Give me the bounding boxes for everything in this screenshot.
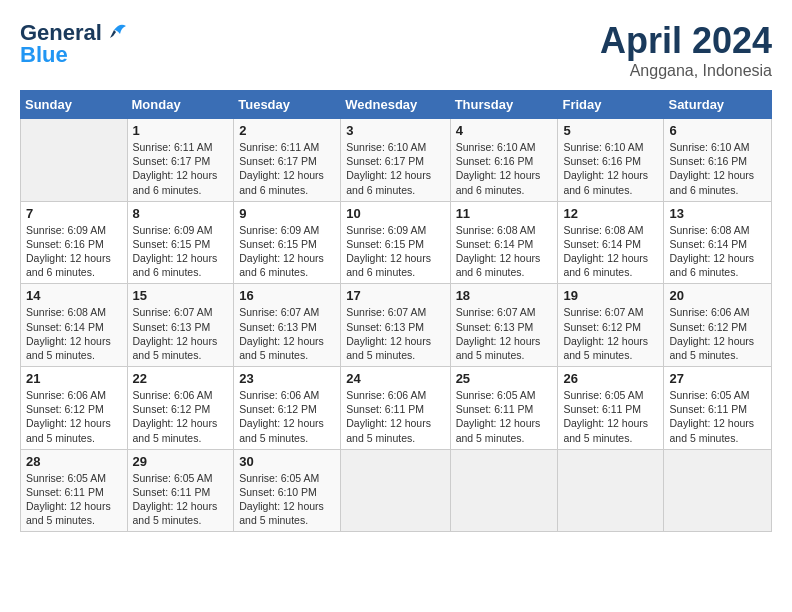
day-number: 13: [669, 206, 766, 221]
calendar-week-4: 21Sunrise: 6:06 AMSunset: 6:12 PMDayligh…: [21, 367, 772, 450]
calendar-cell: 18Sunrise: 6:07 AMSunset: 6:13 PMDayligh…: [450, 284, 558, 367]
logo: General Blue: [20, 20, 128, 68]
day-info: Sunrise: 6:10 AMSunset: 6:16 PMDaylight:…: [456, 140, 553, 197]
day-number: 14: [26, 288, 122, 303]
day-info: Sunrise: 6:08 AMSunset: 6:14 PMDaylight:…: [456, 223, 553, 280]
day-number: 3: [346, 123, 444, 138]
calendar-cell: 6Sunrise: 6:10 AMSunset: 6:16 PMDaylight…: [664, 119, 772, 202]
day-info: Sunrise: 6:06 AMSunset: 6:12 PMDaylight:…: [26, 388, 122, 445]
day-info: Sunrise: 6:05 AMSunset: 6:11 PMDaylight:…: [26, 471, 122, 528]
day-number: 12: [563, 206, 658, 221]
calendar-cell: 13Sunrise: 6:08 AMSunset: 6:14 PMDayligh…: [664, 201, 772, 284]
calendar-cell: 17Sunrise: 6:07 AMSunset: 6:13 PMDayligh…: [341, 284, 450, 367]
day-info: Sunrise: 6:08 AMSunset: 6:14 PMDaylight:…: [26, 305, 122, 362]
title-section: April 2024 Anggana, Indonesia: [600, 20, 772, 80]
calendar-week-3: 14Sunrise: 6:08 AMSunset: 6:14 PMDayligh…: [21, 284, 772, 367]
calendar-cell: 28Sunrise: 6:05 AMSunset: 6:11 PMDayligh…: [21, 449, 128, 532]
day-number: 8: [133, 206, 229, 221]
logo-blue: Blue: [20, 42, 68, 68]
day-info: Sunrise: 6:07 AMSunset: 6:13 PMDaylight:…: [133, 305, 229, 362]
header-tuesday: Tuesday: [234, 91, 341, 119]
day-info: Sunrise: 6:09 AMSunset: 6:15 PMDaylight:…: [239, 223, 335, 280]
day-number: 19: [563, 288, 658, 303]
day-number: 25: [456, 371, 553, 386]
day-info: Sunrise: 6:08 AMSunset: 6:14 PMDaylight:…: [669, 223, 766, 280]
day-info: Sunrise: 6:07 AMSunset: 6:13 PMDaylight:…: [239, 305, 335, 362]
day-number: 18: [456, 288, 553, 303]
header-monday: Monday: [127, 91, 234, 119]
day-info: Sunrise: 6:05 AMSunset: 6:11 PMDaylight:…: [563, 388, 658, 445]
calendar-cell: 15Sunrise: 6:07 AMSunset: 6:13 PMDayligh…: [127, 284, 234, 367]
calendar-cell: 19Sunrise: 6:07 AMSunset: 6:12 PMDayligh…: [558, 284, 664, 367]
day-number: 9: [239, 206, 335, 221]
calendar-cell: [450, 449, 558, 532]
day-info: Sunrise: 6:09 AMSunset: 6:15 PMDaylight:…: [133, 223, 229, 280]
day-number: 20: [669, 288, 766, 303]
calendar-cell: 26Sunrise: 6:05 AMSunset: 6:11 PMDayligh…: [558, 367, 664, 450]
day-info: Sunrise: 6:07 AMSunset: 6:12 PMDaylight:…: [563, 305, 658, 362]
calendar-cell: [21, 119, 128, 202]
calendar-cell: 1Sunrise: 6:11 AMSunset: 6:17 PMDaylight…: [127, 119, 234, 202]
day-number: 17: [346, 288, 444, 303]
month-title: April 2024: [600, 20, 772, 62]
calendar-week-5: 28Sunrise: 6:05 AMSunset: 6:11 PMDayligh…: [21, 449, 772, 532]
day-info: Sunrise: 6:05 AMSunset: 6:10 PMDaylight:…: [239, 471, 335, 528]
calendar-cell: 10Sunrise: 6:09 AMSunset: 6:15 PMDayligh…: [341, 201, 450, 284]
calendar-cell: 14Sunrise: 6:08 AMSunset: 6:14 PMDayligh…: [21, 284, 128, 367]
day-info: Sunrise: 6:11 AMSunset: 6:17 PMDaylight:…: [239, 140, 335, 197]
day-info: Sunrise: 6:05 AMSunset: 6:11 PMDaylight:…: [456, 388, 553, 445]
day-number: 10: [346, 206, 444, 221]
calendar-cell: 23Sunrise: 6:06 AMSunset: 6:12 PMDayligh…: [234, 367, 341, 450]
day-number: 26: [563, 371, 658, 386]
calendar-cell: [558, 449, 664, 532]
calendar-cell: 16Sunrise: 6:07 AMSunset: 6:13 PMDayligh…: [234, 284, 341, 367]
location-title: Anggana, Indonesia: [600, 62, 772, 80]
calendar-week-1: 1Sunrise: 6:11 AMSunset: 6:17 PMDaylight…: [21, 119, 772, 202]
header-wednesday: Wednesday: [341, 91, 450, 119]
day-info: Sunrise: 6:06 AMSunset: 6:12 PMDaylight:…: [669, 305, 766, 362]
calendar-cell: 2Sunrise: 6:11 AMSunset: 6:17 PMDaylight…: [234, 119, 341, 202]
logo-bird-icon: [106, 20, 128, 42]
day-number: 30: [239, 454, 335, 469]
calendar-table: Sunday Monday Tuesday Wednesday Thursday…: [20, 90, 772, 532]
day-number: 15: [133, 288, 229, 303]
day-info: Sunrise: 6:10 AMSunset: 6:16 PMDaylight:…: [669, 140, 766, 197]
day-info: Sunrise: 6:06 AMSunset: 6:12 PMDaylight:…: [133, 388, 229, 445]
page-header: General Blue April 2024 Anggana, Indones…: [20, 20, 772, 80]
day-number: 7: [26, 206, 122, 221]
header-friday: Friday: [558, 91, 664, 119]
day-info: Sunrise: 6:10 AMSunset: 6:17 PMDaylight:…: [346, 140, 444, 197]
header-thursday: Thursday: [450, 91, 558, 119]
day-info: Sunrise: 6:06 AMSunset: 6:12 PMDaylight:…: [239, 388, 335, 445]
calendar-cell: 5Sunrise: 6:10 AMSunset: 6:16 PMDaylight…: [558, 119, 664, 202]
header-saturday: Saturday: [664, 91, 772, 119]
header-sunday: Sunday: [21, 91, 128, 119]
calendar-cell: 7Sunrise: 6:09 AMSunset: 6:16 PMDaylight…: [21, 201, 128, 284]
day-number: 6: [669, 123, 766, 138]
day-number: 28: [26, 454, 122, 469]
calendar-cell: 11Sunrise: 6:08 AMSunset: 6:14 PMDayligh…: [450, 201, 558, 284]
day-number: 5: [563, 123, 658, 138]
calendar-cell: 4Sunrise: 6:10 AMSunset: 6:16 PMDaylight…: [450, 119, 558, 202]
calendar-cell: 22Sunrise: 6:06 AMSunset: 6:12 PMDayligh…: [127, 367, 234, 450]
calendar-cell: 25Sunrise: 6:05 AMSunset: 6:11 PMDayligh…: [450, 367, 558, 450]
calendar-cell: 3Sunrise: 6:10 AMSunset: 6:17 PMDaylight…: [341, 119, 450, 202]
calendar-cell: 24Sunrise: 6:06 AMSunset: 6:11 PMDayligh…: [341, 367, 450, 450]
day-number: 22: [133, 371, 229, 386]
calendar-cell: 20Sunrise: 6:06 AMSunset: 6:12 PMDayligh…: [664, 284, 772, 367]
day-number: 1: [133, 123, 229, 138]
day-info: Sunrise: 6:11 AMSunset: 6:17 PMDaylight:…: [133, 140, 229, 197]
day-info: Sunrise: 6:05 AMSunset: 6:11 PMDaylight:…: [669, 388, 766, 445]
day-number: 21: [26, 371, 122, 386]
calendar-cell: 30Sunrise: 6:05 AMSunset: 6:10 PMDayligh…: [234, 449, 341, 532]
calendar-cell: 29Sunrise: 6:05 AMSunset: 6:11 PMDayligh…: [127, 449, 234, 532]
day-info: Sunrise: 6:08 AMSunset: 6:14 PMDaylight:…: [563, 223, 658, 280]
day-number: 24: [346, 371, 444, 386]
day-info: Sunrise: 6:07 AMSunset: 6:13 PMDaylight:…: [456, 305, 553, 362]
calendar-week-2: 7Sunrise: 6:09 AMSunset: 6:16 PMDaylight…: [21, 201, 772, 284]
calendar-cell: 8Sunrise: 6:09 AMSunset: 6:15 PMDaylight…: [127, 201, 234, 284]
day-number: 11: [456, 206, 553, 221]
day-number: 23: [239, 371, 335, 386]
day-info: Sunrise: 6:09 AMSunset: 6:15 PMDaylight:…: [346, 223, 444, 280]
day-number: 2: [239, 123, 335, 138]
